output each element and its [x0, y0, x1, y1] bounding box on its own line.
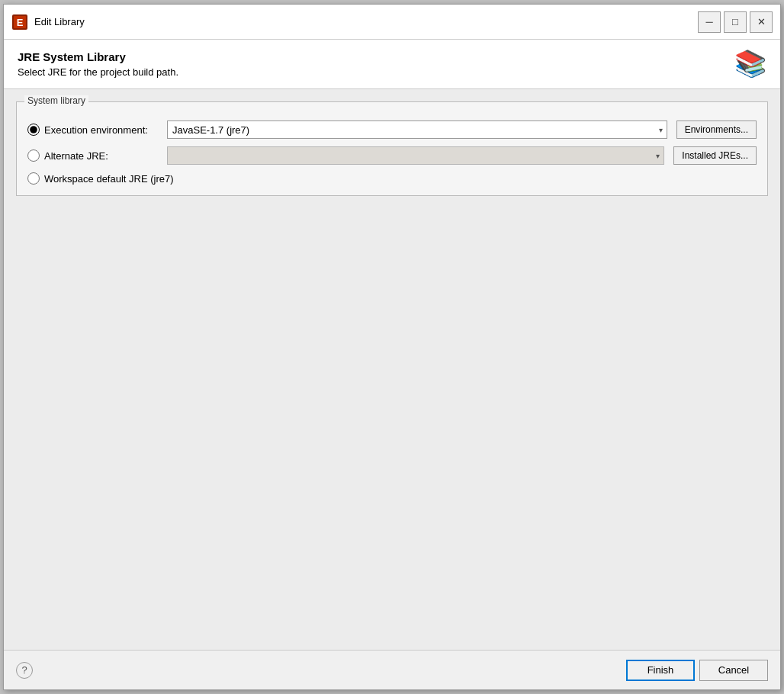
alternate-jre-row: Alternate JRE: ▾ Installed JREs... [27, 146, 757, 165]
help-button[interactable]: ? [16, 662, 33, 679]
main-content: System library Execution environment: Ja… [4, 89, 780, 650]
title-bar: E Edit Library ─ □ ✕ [4, 5, 780, 40]
maximize-button[interactable]: □ [724, 11, 747, 33]
execution-environment-radio[interactable] [27, 124, 40, 136]
window-icon: E [11, 14, 28, 31]
footer-buttons: Finish Cancel [626, 660, 768, 681]
system-library-group: System library Execution environment: Ja… [16, 101, 768, 196]
execution-environment-dropdown[interactable]: JavaSE-1.7 (jre7) [167, 120, 667, 139]
footer: ? Finish Cancel [4, 650, 780, 689]
page-subtitle: Select JRE for the project build path. [18, 66, 178, 78]
svg-text:E: E [17, 17, 24, 28]
alternate-jre-radio[interactable] [27, 149, 40, 162]
workspace-default-radio[interactable] [27, 172, 40, 185]
execution-environment-label: Execution environment: [44, 124, 162, 136]
alternate-jre-label: Alternate JRE: [44, 150, 162, 162]
execution-environment-row: Execution environment: JavaSE-1.7 (jre7)… [27, 120, 757, 139]
workspace-default-label: Workspace default JRE (jre7) [44, 173, 174, 185]
finish-button[interactable]: Finish [626, 660, 695, 681]
installed-jres-button[interactable]: Installed JREs... [673, 146, 757, 165]
close-button[interactable]: ✕ [750, 11, 773, 33]
dialog-window: E Edit Library ─ □ ✕ JRE System Library … [3, 4, 781, 690]
environments-button[interactable]: Environments... [676, 120, 757, 139]
library-icon: 📚 [734, 50, 766, 76]
execution-environment-dropdown-wrapper: JavaSE-1.7 (jre7) ▾ [167, 120, 667, 139]
alternate-jre-dropdown [167, 146, 664, 165]
window-controls: ─ □ ✕ [698, 11, 773, 33]
header-section: JRE System Library Select JRE for the pr… [4, 40, 780, 89]
header-text-area: JRE System Library Select JRE for the pr… [18, 50, 178, 78]
alternate-jre-dropdown-wrapper: ▾ [167, 146, 664, 165]
cancel-button[interactable]: Cancel [699, 660, 768, 681]
minimize-button[interactable]: ─ [698, 11, 721, 33]
window-title: Edit Library [34, 16, 698, 27]
page-title: JRE System Library [18, 50, 178, 63]
group-box-label: System library [24, 95, 88, 106]
workspace-default-row: Workspace default JRE (jre7) [27, 172, 757, 185]
